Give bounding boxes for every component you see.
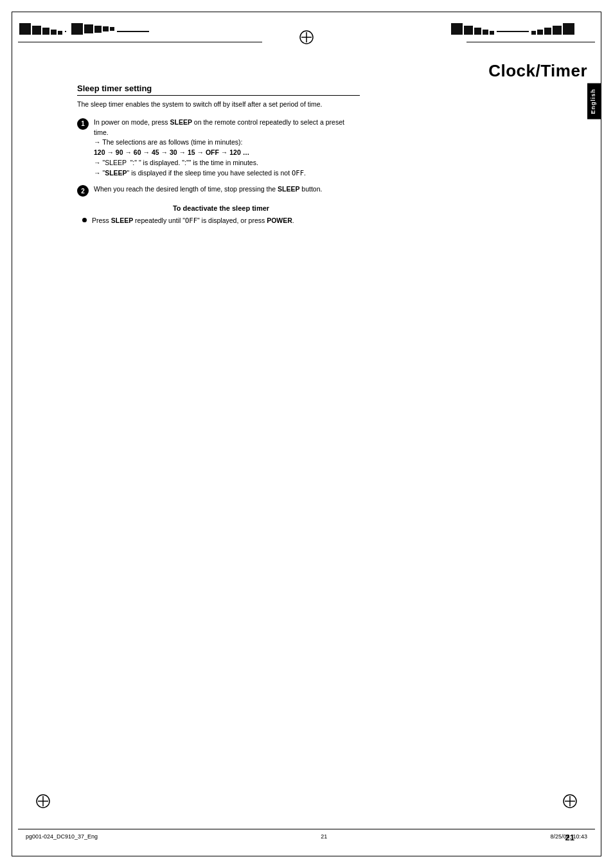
reg-mark-top-center [299, 30, 314, 46]
page-border-right [601, 12, 601, 856]
page-border-top [12, 12, 601, 12]
footer-center: 21 [321, 833, 327, 840]
step-1-content: In power on mode, press SLEEP on the rem… [94, 118, 360, 179]
page-title: Clock/Timer [488, 61, 587, 81]
bullet-text-middle2: " is displayed, or press [197, 217, 267, 224]
page-border-bottom [12, 856, 601, 856]
footer-text: pg001-024_DC910_37_Eng 21 8/25/08, 10:43 [0, 833, 613, 840]
header-pattern-left [19, 22, 149, 35]
bullet-sleep-bold: SLEEP [111, 217, 133, 224]
footer-line [18, 829, 595, 829]
step-1-arrow1: → The selections are as follows (time in… [94, 138, 242, 146]
step-1-text-before: In power on mode, press [94, 118, 170, 126]
step-2: 2 When you reach the desired length of t… [77, 184, 360, 197]
reg-mark-bottom-left [35, 793, 51, 810]
header-rule-right [466, 42, 595, 42]
step-2-text-after: button. [299, 185, 322, 193]
subsection-title: To deactivate the sleep timer [82, 204, 360, 212]
step-1-sleep-bold: SLEEP [170, 118, 191, 126]
footer-left: pg001-024_DC910_37_Eng [26, 833, 98, 840]
step-1-sequence: 120 → 90 → 60 → 45 → 30 → 15 → OFF → 120… [94, 148, 249, 156]
header-pattern-right [451, 22, 574, 35]
page-border-left [12, 12, 12, 856]
bullet-content: Press SLEEP repeatedly until "OFF" is di… [92, 216, 294, 226]
reg-mark-bottom-right [562, 793, 578, 810]
step-1-arrow3: → "SLEEP" is displayed if the sleep time… [94, 169, 306, 177]
step-1: 1 In power on mode, press SLEEP on the r… [77, 118, 360, 179]
bullet-dot [82, 218, 87, 222]
bullet-text-end: . [292, 217, 294, 224]
step-2-content: When you reach the desired length of tim… [94, 184, 360, 197]
step-2-number: 2 [77, 185, 89, 197]
bullet-text-before: Press [92, 217, 111, 224]
section-intro: The sleep timer enables the system to sw… [77, 100, 360, 110]
main-content: Sleep timer setting The sleep timer enab… [77, 84, 360, 226]
footer-right: 8/25/08, 10:43 [550, 833, 587, 840]
bullet-text-middle: repeatedly until " [133, 217, 185, 224]
step-2-sleep-bold: SLEEP [278, 185, 299, 193]
bullet-off-code: OFF [185, 217, 197, 224]
step-1-arrow2: → "SLEEP ":" " is displayed. ":"" is the… [94, 159, 258, 166]
header-rule-left [18, 42, 262, 42]
section-title: Sleep timer setting [77, 84, 360, 96]
bullet-power-bold: POWER [267, 217, 292, 224]
language-tab: English [587, 84, 601, 120]
step-1-number: 1 [77, 118, 89, 130]
bullet-item: Press SLEEP repeatedly until "OFF" is di… [82, 216, 360, 226]
deactivate-subsection: To deactivate the sleep timer Press SLEE… [82, 204, 360, 226]
step-2-text-before: When you reach the desired length of tim… [94, 185, 278, 193]
